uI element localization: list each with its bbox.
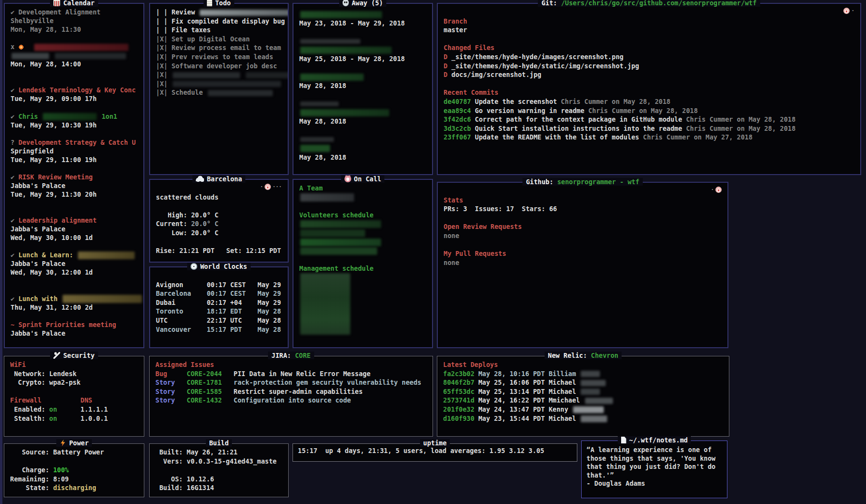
section-header: Changed Files <box>444 44 495 51</box>
text-line: Tue, May 29, 11:00 19h <box>11 155 140 164</box>
away-dates: May 28, 2018 <box>299 117 346 125</box>
text-line: d160f930 May 23, 15:44 PDT Michael <box>443 414 725 423</box>
text-line: Vers: v0.0.3-15-g41ed43_maste <box>155 457 284 466</box>
weather-content: scattered clouds High: 20.0° CCurrent: 2… <box>150 180 288 258</box>
text-line <box>155 466 284 475</box>
label: Enabled: <box>10 405 49 413</box>
clown-icon <box>265 184 271 190</box>
clock-row: Vancouver 15:17 PDT May 28 <box>156 326 281 333</box>
file-status: D <box>444 71 451 78</box>
label: State: <box>10 484 53 491</box>
todo-label: Prev reviews to team leads <box>172 53 273 61</box>
uptime-text: 15:17 up 4 days, 21:31, 5 users, load av… <box>298 447 544 454</box>
text-line: 2573741d May 24, 16:22 PDT Mmichael <box>443 396 725 405</box>
panel-title-text: World Clocks <box>200 263 247 270</box>
panel-world-clocks: World Clocks Avignon 00:17 CEST May 29Ba… <box>149 266 289 348</box>
redacted-text <box>585 398 613 404</box>
deploy-hash: 8046f2b7 <box>443 378 478 386</box>
text-line: Barcelona 00:17 CEST May 29 <box>156 289 284 298</box>
redacted-text <box>300 39 360 44</box>
text-line: Jabba's Palace <box>11 259 140 268</box>
text-line: Volunteers schedule <box>299 211 428 220</box>
note-text: that.'” <box>586 471 614 479</box>
newrelic-deploys: Latest Deploysfa2c3b02 May 28, 10:16 PDT… <box>437 356 729 432</box>
text-line: |X| Software developer job desc <box>156 62 284 71</box>
panel-title: Security <box>4 352 144 360</box>
text-line <box>11 286 140 294</box>
text-line <box>299 219 428 228</box>
text-line <box>299 108 428 117</box>
panel-title-text: On Call <box>354 175 382 183</box>
panel-title-text: Barcelona <box>207 175 242 183</box>
panel-title-value: senorprogrammer - wtf <box>557 178 639 186</box>
text-line: | | Fix compiled date display bug <box>156 17 284 26</box>
corner-dots: · <box>260 184 264 190</box>
text-line <box>299 63 428 73</box>
panel-jira: JIRA: CORE Assigned IssuesBug CORE-2044 … <box>149 356 433 437</box>
power-content: Source: Battery Power Charge: 100%Remain… <box>4 444 144 493</box>
panel-title: Git: /Users/chris/go/src/github.com/seno… <box>438 0 860 7</box>
popcorn-icon <box>53 0 60 6</box>
text <box>215 247 226 254</box>
text-line: Jabba's Palace <box>11 329 140 338</box>
panel-title-value: /Users/chris/go/src/github.com/senorprog… <box>561 0 756 7</box>
terminal-window[interactable]: Calendar ✔ Development AlignmentShelbyvi… <box>0 0 866 504</box>
text-line: Changed Files <box>444 43 856 52</box>
todo-label: Software developer job desc <box>172 62 277 70</box>
text: 1on1 <box>98 113 117 120</box>
text-line <box>11 207 140 216</box>
text-line: 201f0e32 May 24, 13:47 PDT Kenny <box>443 405 725 414</box>
panel-title-text: Security <box>63 352 94 359</box>
text-line: Springfield <box>11 147 140 155</box>
sunset: Set: 12:15 PDT <box>226 247 281 254</box>
redacted-name <box>300 11 382 18</box>
wifi-crypto: wpa2-psk <box>49 378 80 386</box>
checkbox-checked: |X| <box>156 44 172 51</box>
file-path: _site/themes/hyde-hyde/images/screenshot… <box>451 53 624 61</box>
text-line: |X| Set up Digital Ocean <box>156 35 284 44</box>
text-line: | | Review <box>156 8 284 17</box>
text-line <box>299 193 428 202</box>
text-line: eaa89c4 Go version warning in readme Chr… <box>444 106 856 115</box>
event-location: Jabba's Palace <box>11 329 65 337</box>
event-title: Development Alignment <box>18 8 101 16</box>
check-icon: ✔ <box>11 173 18 181</box>
commit-message: Go version warning in readme <box>475 107 588 114</box>
file-status: D <box>444 53 451 61</box>
text-line <box>299 37 428 46</box>
text-line <box>299 72 428 81</box>
redacted-text <box>200 10 288 16</box>
panel-title: Power <box>4 439 144 448</box>
deploy-hash: 201f0e32 <box>443 405 478 413</box>
event-time: Tue, May 29, 10:30 19h <box>11 121 97 129</box>
checkbox-unchecked: | | <box>156 8 172 16</box>
redacted-name <box>300 47 392 54</box>
current-temp: 20.0° C <box>191 220 218 227</box>
text-line: - Douglas Adams <box>586 479 723 488</box>
text-line <box>11 277 140 285</box>
todo-label: File taxes <box>172 26 211 34</box>
text <box>50 51 54 59</box>
todo-label: Review process email to team <box>172 44 281 51</box>
issue-key: CORE-1432 <box>187 396 234 404</box>
issue-summary: Configuration into source code <box>234 396 351 404</box>
text-line: Open Review Requests <box>444 222 724 231</box>
text-line: ✔ Development Alignment <box>11 8 140 16</box>
text-line: Mon, May 28, 11:30 <box>11 25 140 34</box>
text-line: D _site/themes/hyde-hyde/static/img/scre… <box>444 62 856 71</box>
panel-title: Away (5) <box>293 0 432 8</box>
event-location: Jabba's Palace <box>11 182 65 189</box>
commit-meta: Chris Cummer on May 28, 2018 <box>588 107 698 114</box>
redacted-event-title <box>34 44 128 51</box>
text-line: 65ff53dc May 25, 13:14 PDT Michael <box>443 387 725 396</box>
text-line: those things that says, 'You know <box>586 454 723 463</box>
redacted-text <box>581 380 606 386</box>
text-line <box>444 240 724 250</box>
text-line <box>299 202 428 211</box>
text-line: May 28, 2018 <box>299 81 428 90</box>
commit-hash: 23ff067 <box>444 133 475 141</box>
event-title: ~ Sprint Priorities meeting <box>11 321 116 328</box>
event-time: Wed, May 30, 10:00 1d <box>11 234 93 241</box>
text-line: State: discharging <box>10 483 140 492</box>
panel-title: JIRA: CORE <box>150 352 433 359</box>
